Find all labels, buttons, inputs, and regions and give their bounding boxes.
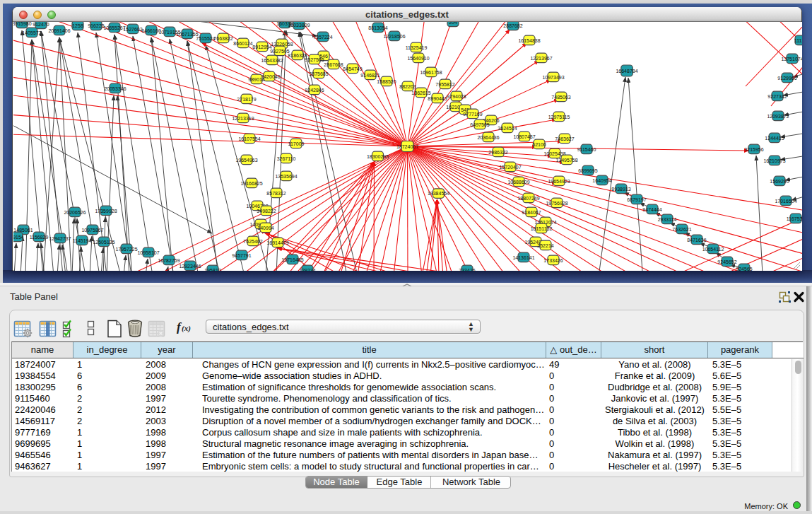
svg-text:3215956: 3215956 — [744, 147, 763, 152]
svg-text:62100: 62100 — [532, 142, 546, 147]
svg-text:7357224: 7357224 — [313, 35, 332, 40]
svg-text:7515524: 7515524 — [196, 36, 215, 41]
svg-text:13535694: 13535694 — [275, 174, 297, 179]
svg-text:9115460: 9115460 — [577, 147, 596, 152]
svg-text:12218506: 12218506 — [383, 34, 405, 39]
svg-text:20364436: 20364436 — [477, 135, 499, 140]
svg-text:17359928: 17359928 — [95, 209, 117, 214]
svg-text:912470: 912470 — [33, 22, 49, 27]
svg-text:19384554: 19384554 — [428, 191, 449, 196]
svg-text:20206526: 20206526 — [64, 210, 86, 215]
svg-text:8813054: 8813054 — [368, 25, 387, 30]
svg-text:10688609: 10688609 — [507, 180, 529, 185]
svg-text:195812: 195812 — [204, 268, 220, 271]
svg-text:19756928: 19756928 — [546, 201, 567, 206]
svg-text:7663822: 7663822 — [213, 36, 233, 41]
svg-text:18300295: 18300295 — [367, 154, 389, 159]
svg-text:19654923: 19654923 — [548, 179, 570, 184]
svg-text:252214: 252214 — [537, 243, 553, 248]
svg-text:8454749: 8454749 — [343, 66, 362, 71]
svg-text:140994: 140994 — [257, 226, 273, 230]
svg-text:3267110: 3267110 — [277, 156, 296, 161]
svg-text:2867608: 2867608 — [324, 62, 343, 67]
svg-text:9129966: 9129966 — [777, 76, 796, 81]
svg-text:204: 204 — [449, 22, 457, 25]
svg-text:1167534: 1167534 — [787, 216, 802, 221]
svg-text:7463627: 7463627 — [555, 136, 574, 141]
svg-text:16961758: 16961758 — [420, 70, 442, 75]
svg-text:12975115: 12975115 — [548, 115, 570, 119]
svg-text:39154: 39154 — [13, 235, 24, 240]
svg-text:117009: 117009 — [288, 141, 305, 146]
svg-text:8578312: 8578312 — [266, 191, 286, 196]
svg-text:1156829: 1156829 — [30, 235, 49, 240]
svg-text:1405572: 1405572 — [22, 30, 41, 35]
svg-text:12923446: 12923446 — [179, 264, 201, 269]
svg-text:9327505: 9327505 — [305, 57, 324, 62]
svg-text:1588520: 1588520 — [377, 79, 396, 84]
svg-text:9242846: 9242846 — [305, 88, 324, 93]
svg-text:18807249: 18807249 — [517, 196, 539, 201]
svg-text:916225: 916225 — [88, 23, 104, 28]
svg-text:8912954: 8912954 — [252, 45, 271, 49]
svg-text:10975867: 10975867 — [81, 228, 103, 233]
svg-text:16914479: 16914479 — [266, 240, 288, 245]
svg-text:16151132: 16151132 — [531, 226, 553, 231]
svg-text:9457791: 9457791 — [232, 253, 251, 258]
svg-text:12942737: 12942737 — [49, 236, 71, 241]
svg-text:2887682: 2887682 — [503, 23, 522, 28]
svg-text:18724007: 18724007 — [396, 144, 418, 149]
svg-text:17016504: 17016504 — [775, 199, 796, 204]
svg-text:(x): (x) — [182, 324, 191, 333]
svg-text:1145194: 1145194 — [73, 238, 92, 243]
svg-text:12213319: 12213319 — [232, 116, 254, 121]
svg-text:7485063: 7485063 — [551, 95, 570, 100]
svg-text:15716485: 15716485 — [281, 257, 303, 262]
svg-text:10654112: 10654112 — [702, 247, 724, 252]
svg-text:8471636: 8471636 — [687, 238, 706, 243]
svg-text:6899695: 6899695 — [578, 168, 597, 173]
svg-text:10655267: 10655267 — [103, 25, 125, 30]
svg-text:11122: 11122 — [794, 38, 802, 43]
svg-text:10958107: 10958107 — [137, 250, 159, 255]
svg-text:10671355: 10671355 — [176, 32, 198, 37]
svg-text:7625402: 7625402 — [243, 239, 262, 244]
svg-text:15720407: 15720407 — [499, 165, 521, 170]
svg-text:14136141: 14136141 — [512, 255, 534, 260]
svg-text:13751074: 13751074 — [781, 57, 802, 62]
svg-text:2986322: 2986322 — [488, 150, 507, 155]
svg-text:6879197: 6879197 — [627, 197, 646, 202]
svg-text:733426: 733426 — [459, 268, 475, 271]
svg-text:9474444: 9474444 — [642, 207, 661, 212]
svg-text:8938913: 8938913 — [611, 187, 630, 192]
svg-text:1258: 1258 — [72, 23, 83, 28]
svg-text:6497565: 6497565 — [470, 122, 489, 127]
svg-text:8660124: 8660124 — [233, 41, 252, 46]
svg-text:8990443: 8990443 — [428, 96, 447, 101]
svg-text:17957225: 17957225 — [115, 247, 137, 252]
svg-text:16210973: 16210973 — [763, 158, 785, 163]
svg-text:15640910: 15640910 — [407, 56, 429, 61]
svg-text:1362615: 1362615 — [411, 90, 430, 95]
svg-text:12505135: 12505135 — [93, 240, 114, 245]
svg-text:1485061: 1485061 — [13, 228, 33, 233]
svg-text:2933114: 2933114 — [658, 217, 677, 222]
svg-text:9777169: 9777169 — [463, 112, 482, 117]
svg-text:13495758: 13495758 — [555, 158, 577, 163]
svg-text:16782759: 16782759 — [158, 258, 180, 263]
svg-text:989014: 989014 — [248, 77, 264, 82]
svg-text:8915980: 8915980 — [13, 22, 32, 26]
svg-text:1527602: 1527602 — [123, 27, 142, 32]
svg-text:3624514: 3624514 — [498, 126, 517, 131]
svg-text:3875685: 3875685 — [309, 71, 328, 76]
svg-text:1733426: 1733426 — [543, 258, 563, 263]
svg-text:9184067: 9184067 — [522, 210, 541, 215]
svg-text:9794028: 9794028 — [447, 94, 466, 99]
svg-text:20691406: 20691406 — [48, 28, 70, 33]
svg-text:10807487: 10807487 — [513, 134, 535, 139]
svg-text:20053346: 20053346 — [104, 86, 126, 91]
svg-text:1569290: 1569290 — [770, 179, 789, 184]
svg-text:12093872: 12093872 — [767, 114, 789, 119]
svg-text:1640954: 1640954 — [592, 178, 611, 183]
svg-text:19654963: 19654963 — [235, 158, 257, 163]
